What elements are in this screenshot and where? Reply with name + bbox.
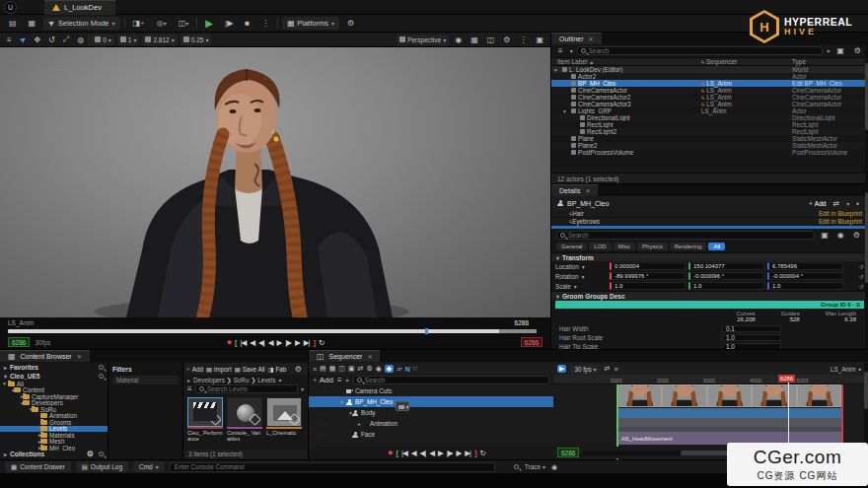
level-tab[interactable]: L_LookDev bbox=[44, 0, 115, 15]
play-reverse-button[interactable]: ◀ bbox=[429, 449, 434, 457]
sequencer-track-row[interactable]: · · · Camera Cuts bbox=[309, 385, 553, 396]
fps-dropdown[interactable]: 30 fps▾ bbox=[570, 365, 600, 374]
project-section[interactable]: ▾ Cleo_UE5 bbox=[0, 372, 108, 381]
filter-chip[interactable]: General bbox=[556, 243, 587, 250]
details-searchbox[interactable] bbox=[556, 231, 815, 240]
sequencer-options-icon[interactable]: ≡ bbox=[313, 366, 317, 373]
sequencer-scrollbar[interactable] bbox=[864, 363, 868, 447]
snap-icon[interactable]: N bbox=[405, 366, 410, 373]
filter-chip[interactable]: Rendering bbox=[670, 243, 707, 250]
filter-chip[interactable]: All bbox=[708, 243, 725, 250]
perspective-dropdown[interactable]: Perspective ▾ bbox=[397, 35, 449, 45]
asset-tile[interactable]: Console_ Variables bbox=[227, 397, 262, 443]
y-value-field[interactable]: 150.104077 bbox=[688, 262, 764, 270]
auto-key-icon[interactable]: ▱ bbox=[397, 365, 401, 373]
edit-in-blueprint-link[interactable]: Edit in Blueprint bbox=[819, 210, 862, 217]
current-frame-box[interactable]: 6286 bbox=[8, 337, 30, 347]
outliner-row[interactable]: Actor2 ϟ Actor bbox=[551, 73, 868, 80]
world-local-icon[interactable]: ◍ bbox=[74, 35, 87, 44]
filter-chip[interactable]: Misc bbox=[614, 243, 635, 250]
y-value-field[interactable]: 1.0 bbox=[688, 282, 764, 290]
save-all-button[interactable]: ▤Save All bbox=[235, 366, 265, 373]
cmd-dropdown[interactable]: Cmd ▾ bbox=[133, 461, 165, 472]
grid-snap[interactable]: 1 ▾ bbox=[117, 35, 140, 45]
step-forward-button[interactable]: |▶ bbox=[447, 449, 453, 457]
outliner-row[interactable]: CineCameraActor ϟLS_Anim CineCameraActor bbox=[551, 87, 868, 94]
reset-icon[interactable]: ↺ bbox=[846, 263, 864, 270]
outliner-search-input[interactable] bbox=[589, 47, 820, 54]
groom-group-bar[interactable]: Group ID 0 - S bbox=[555, 301, 864, 309]
timeline-ruler[interactable]: 10002000300040005000 bbox=[553, 375, 865, 384]
jump-forward-button[interactable]: ▶ bbox=[456, 449, 461, 457]
step-forward-button[interactable]: |▶ bbox=[285, 338, 291, 347]
close-icon[interactable]: ✕ bbox=[367, 353, 372, 360]
sequencer-tab[interactable]: ◫ Sequencer ✕ bbox=[309, 350, 380, 362]
scrub-playhead[interactable] bbox=[425, 328, 428, 334]
z-value-field[interactable]: 6.785496 bbox=[767, 262, 843, 270]
z-value-field[interactable]: 1.0 bbox=[767, 282, 843, 290]
output-log-button[interactable]: ▤ Output Log bbox=[76, 461, 128, 472]
outliner-row[interactable]: CineCameraActor3 ϟLS_Anim CineCameraActo… bbox=[551, 101, 868, 107]
outliner-row[interactable]: DirectionalLight ϟ DirectionalLight bbox=[551, 114, 868, 121]
outliner-row[interactable]: ▾ Lights_GRP ϟLS_Anim Actor bbox=[551, 107, 868, 114]
groom-section-header[interactable]: ▾ Groom Groups Desc bbox=[551, 291, 868, 300]
display-options-icon[interactable]: ▣ bbox=[818, 231, 832, 240]
favorites-icon[interactable]: ◉ bbox=[834, 231, 847, 240]
assets-searchbox[interactable] bbox=[195, 384, 298, 393]
outliner-row[interactable]: BP_MH_Cleo ϟLS_Anim Edit BP_MH_Cleo bbox=[551, 80, 868, 87]
sequencer-track-row[interactable]: · · · ▾ Body bbox=[309, 407, 553, 418]
record-button[interactable]: ● bbox=[227, 337, 231, 347]
content-browser-tab[interactable]: ▦ Content Browser ✕ bbox=[0, 350, 90, 362]
camera-settings-icon[interactable]: ◫ bbox=[484, 35, 498, 44]
find-in-content-browser-icon[interactable]: ▦ bbox=[329, 365, 336, 373]
y-value-field[interactable]: -0.000096 ° bbox=[688, 272, 764, 280]
sequencer-current-frame-box[interactable]: 6286 bbox=[557, 448, 579, 457]
bracket-out-button[interactable]: ] bbox=[314, 338, 316, 347]
camera-speed[interactable]: 2.812 ▾ bbox=[142, 35, 177, 45]
jump-back-button[interactable]: ◀ bbox=[411, 449, 416, 457]
lock-icon[interactable]: ▪ bbox=[859, 366, 861, 373]
camera-cut-preview-button[interactable] bbox=[396, 401, 409, 411]
view-mode-icon[interactable]: ◉ bbox=[452, 35, 465, 44]
maximize-viewport-icon[interactable]: ▣ bbox=[533, 35, 546, 44]
fab-button[interactable]: ◨Fab bbox=[267, 366, 286, 373]
component-row[interactable]: ϟ Eyebrows Edit in Blueprint bbox=[551, 218, 868, 226]
sequencer-track-row[interactable]: · · · ▾ BP_MH_Cleo bbox=[309, 396, 553, 407]
component-row[interactable]: ϟ Hair Edit in Blueprint bbox=[551, 210, 868, 218]
go-to-front-button[interactable]: |◀ bbox=[401, 449, 407, 457]
keying-options-icon[interactable]: ◆ bbox=[385, 365, 394, 373]
curve-editor-icon[interactable]: ⇄ bbox=[358, 365, 364, 373]
rotate-tool-icon[interactable]: ↺ bbox=[45, 35, 58, 44]
console-command-input[interactable] bbox=[175, 463, 490, 470]
scrub-track[interactable] bbox=[8, 329, 537, 333]
unreal-logo-icon[interactable]: U bbox=[4, 1, 17, 14]
more-options-icon[interactable]: ⋮ bbox=[516, 35, 530, 44]
assets-search-input[interactable] bbox=[207, 385, 294, 392]
bracket-in-button[interactable]: [ bbox=[396, 449, 398, 457]
outliner-row[interactable]: Plane2 ϟ StaticMeshActor bbox=[551, 142, 868, 149]
actions-icon[interactable]: ⚙ bbox=[366, 365, 372, 373]
outliner-tab[interactable]: Outliner ✕ bbox=[551, 33, 602, 44]
play-options-icon[interactable]: ⋮ bbox=[257, 17, 273, 30]
filter-chip[interactable]: LOD bbox=[589, 243, 611, 250]
outliner-searchbox[interactable] bbox=[577, 46, 824, 55]
viewport-canvas[interactable] bbox=[0, 47, 550, 317]
edit-in-blueprint-link[interactable]: Edit in Blueprint bbox=[819, 218, 862, 225]
play-button[interactable]: ▶ bbox=[277, 338, 282, 347]
outliner-row[interactable]: CineCameraActor2 ϟLS_Anim CineCameraActo… bbox=[551, 94, 868, 101]
add-track-button[interactable]: +Add bbox=[313, 376, 333, 384]
sequencer-searchbox[interactable] bbox=[353, 376, 549, 384]
x-value-field[interactable]: 1.0 bbox=[610, 282, 686, 290]
bracket-in-button[interactable]: [ bbox=[235, 338, 237, 347]
groom-value-field[interactable]: 1.0 bbox=[722, 334, 781, 341]
new-folder-icon[interactable]: ▣ bbox=[833, 46, 847, 55]
viewport-scrub-bar[interactable] bbox=[0, 327, 550, 335]
breadcrumb[interactable]: ▸ Developers ❯ SoRu ❯ Levels ▾ bbox=[183, 375, 308, 384]
move-tool-icon[interactable]: ✥ bbox=[31, 35, 43, 44]
details-search-input[interactable] bbox=[568, 232, 811, 239]
render-movie-icon[interactable]: ▣ bbox=[348, 365, 355, 373]
close-icon[interactable]: ✕ bbox=[77, 353, 82, 360]
filter-chip[interactable]: Physics bbox=[637, 243, 668, 250]
x-value-field[interactable]: -89.999976 ° bbox=[610, 272, 686, 280]
select-tool-icon[interactable]: ➤ bbox=[15, 33, 31, 47]
